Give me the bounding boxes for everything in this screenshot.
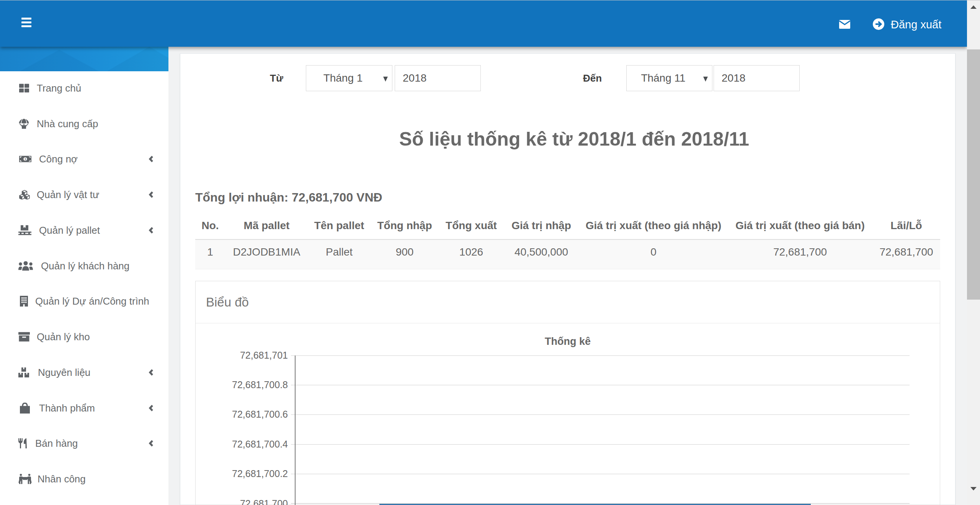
svg-text:1: 1 — [24, 157, 26, 161]
